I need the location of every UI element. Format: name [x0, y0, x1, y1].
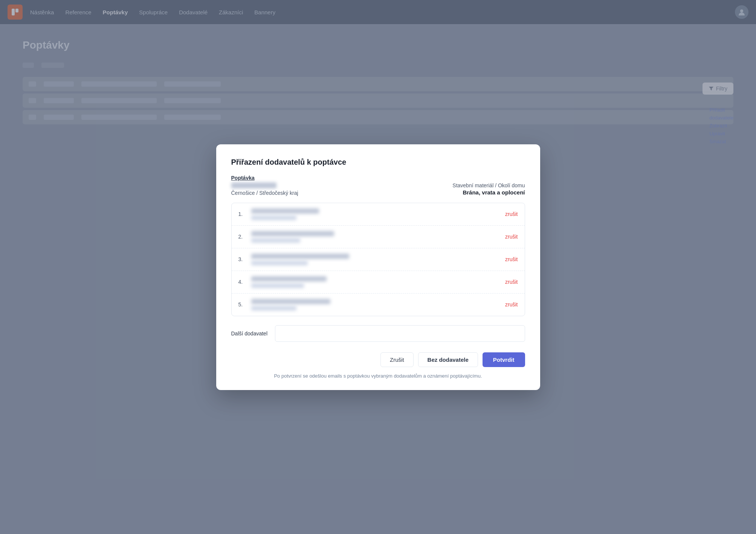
cancel-button[interactable]: Zrušit: [380, 352, 414, 367]
modal-overlay: Přiřazení dodavatelů k poptávce Poptávka…: [0, 0, 756, 534]
modal-note: Po potvrzení se odešlou emails s poptávk…: [231, 373, 525, 379]
row-number: 5.: [238, 301, 246, 308]
dodavatel-info: [251, 254, 500, 265]
modal-title: Přiřazení dodavatelů k poptávce: [231, 158, 525, 167]
dodavatel-detail-blurred: [251, 306, 296, 311]
table-row: 5. zrušit: [232, 294, 525, 316]
row-number: 1.: [238, 211, 246, 217]
dalsi-dodavatel-section: Další dodavatel: [231, 325, 525, 342]
zrusit-button-3[interactable]: zrušit: [505, 255, 518, 264]
zrusit-button-1[interactable]: zrušit: [505, 210, 518, 219]
poptavka-location: Černošice / Středočeský kraj: [231, 190, 298, 196]
dodavatel-name-blurred: [251, 276, 327, 282]
dodavatel-info: [251, 299, 500, 311]
modal-dialog: Přiřazení dodavatelů k poptávce Poptávka…: [216, 144, 540, 390]
poptavka-right: Stavební materiál / Okolí domu Brána, vr…: [452, 182, 525, 196]
dodavatel-name-blurred: [251, 231, 334, 236]
zrusit-button-4[interactable]: zrušit: [505, 277, 518, 286]
modal-footer: Zrušit Bez dodavatele Potvrdit: [231, 352, 525, 367]
row-number: 2.: [238, 234, 246, 240]
dodavatel-detail-blurred: [251, 283, 304, 288]
row-number: 3.: [238, 256, 246, 262]
table-row: 1. zrušit: [232, 203, 525, 226]
dodavatel-info: [251, 231, 500, 243]
dodavatel-name-blurred: [251, 299, 330, 304]
dodavatel-name-blurred: [251, 254, 349, 259]
poptavka-subcategory: Brána, vrata a oplocení: [452, 189, 525, 196]
zrusit-button-2[interactable]: zrušit: [505, 232, 518, 241]
dalsi-dodavatel-input[interactable]: [275, 325, 525, 342]
dodavatel-info: [251, 208, 500, 220]
dodavatel-info: [251, 276, 500, 288]
poptavka-label: Poptávka: [231, 175, 525, 181]
bez-dodavatele-button[interactable]: Bez dodavatele: [418, 352, 478, 367]
table-row: 3. zrušit: [232, 248, 525, 271]
poptavka-category: Stavební materiál / Okolí domu: [452, 182, 525, 188]
dodavatel-detail-blurred: [251, 261, 308, 265]
dalsi-dodavatel-label: Další dodavatel: [231, 330, 268, 337]
poptavka-left: Černošice / Středočeský kraj: [231, 182, 298, 196]
dodavatel-detail-blurred: [251, 216, 296, 220]
table-row: 4. zrušit: [232, 271, 525, 294]
dodavatel-name-blurred: [251, 208, 319, 214]
poptavka-info: Černošice / Středočeský kraj Stavební ma…: [231, 182, 525, 196]
poptavka-section: Poptávka Černošice / Středočeský kraj St…: [231, 175, 525, 196]
dodavatel-detail-blurred: [251, 238, 300, 243]
poptavka-id-blurred: [231, 182, 276, 188]
zrusit-button-5[interactable]: zrušit: [505, 300, 518, 309]
dodavatele-list: 1. zrušit 2. zrušit 3.: [231, 203, 525, 316]
table-row: 2. zrušit: [232, 226, 525, 248]
row-number: 4.: [238, 279, 246, 285]
confirm-button[interactable]: Potvrdit: [483, 352, 525, 367]
